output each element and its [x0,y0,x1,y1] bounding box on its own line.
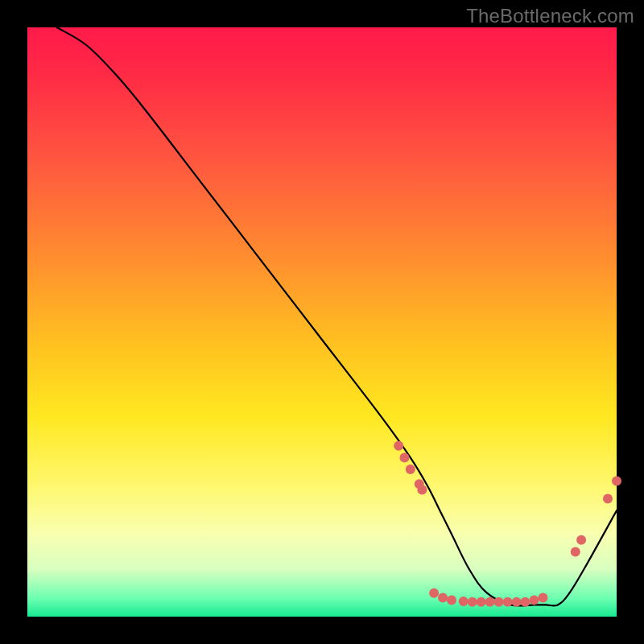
curve-marker [406,464,415,474]
curve-marker [530,596,539,605]
curve-marker [438,593,448,603]
curve-marker [477,597,486,607]
curve-markers [394,441,621,607]
curve-marker [429,588,439,598]
curve-marker [521,597,530,607]
curve-marker [576,535,586,545]
curve-marker [539,593,548,603]
curve-marker [468,597,477,607]
curve-marker [503,597,513,607]
curve-marker [512,597,522,607]
chart-stage: TheBottleneck.com [0,0,644,644]
curve-marker [459,597,469,606]
curve-marker [485,597,495,607]
curve-marker [417,485,427,495]
curve-marker [603,494,613,504]
curve-marker [571,547,580,557]
curve-marker [494,597,504,607]
curve-marker [447,596,456,605]
plot-area [27,27,617,617]
chart-svg [27,27,617,617]
curve-marker [400,452,410,462]
watermark-label: TheBottleneck.com [466,5,634,27]
bottleneck-curve [57,27,617,606]
curve-marker [612,477,621,486]
curve-marker [394,441,403,451]
